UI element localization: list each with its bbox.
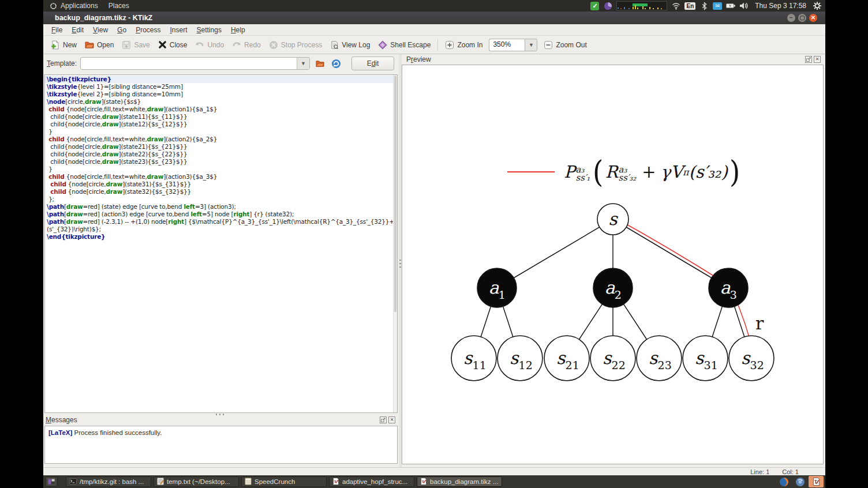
session-gear-icon[interactable] xyxy=(813,1,822,10)
stop-process-button[interactable]: Stop Process xyxy=(265,38,326,52)
menu-go[interactable]: Go xyxy=(113,24,131,36)
wifi-icon[interactable] xyxy=(671,1,680,10)
show-desktop-button[interactable] xyxy=(45,476,58,487)
node-state12 xyxy=(497,336,542,381)
prob-symbol: P xyxy=(564,162,575,182)
firefox-launcher[interactable] xyxy=(776,476,791,487)
zoom-dropdown-arrow[interactable]: ▼ xyxy=(525,39,537,51)
volume-icon[interactable] xyxy=(739,1,749,10)
bluetooth-icon[interactable] xyxy=(699,1,709,10)
zoom-level-value[interactable]: 350% xyxy=(489,39,525,51)
maximize-button[interactable]: ▢ xyxy=(798,14,806,22)
code-editor[interactable]: \begin{tikzpicture}\tikzstyle{level 1}=[… xyxy=(44,74,398,413)
node-state22 xyxy=(590,336,635,381)
close-window-button[interactable]: ✕ xyxy=(809,14,817,22)
messages-close-icon[interactable]: ✕ xyxy=(388,416,395,423)
node-state32 xyxy=(729,336,774,381)
template-dropdown-arrow[interactable]: ▼ xyxy=(297,58,309,69)
menu-process[interactable]: Process xyxy=(131,24,165,36)
node-label-subscript: 1 xyxy=(499,288,506,301)
applications-menu-label: Applications xyxy=(61,2,98,10)
view-log-icon xyxy=(330,40,339,50)
node-label-subscript: 3 xyxy=(730,288,737,301)
browser-launcher[interactable] xyxy=(792,476,807,487)
window-title: backup_diagram.tikz - KTikZ xyxy=(43,14,152,22)
preview-dock-header: Preview ✕ xyxy=(406,54,821,65)
messages-float-icon[interactable] xyxy=(380,416,387,423)
distributor-logo-icon xyxy=(48,1,58,10)
taskbar-item[interactable]: temp.txt (~/Desktop... xyxy=(154,476,239,487)
value-formula: Pa₃ss′₁ ( Ra₃ss′₃₂ + γVπ (s′₃₂) ) xyxy=(564,157,742,187)
ktikz-launcher[interactable]: T xyxy=(809,476,824,487)
node-label-base: s xyxy=(556,348,566,368)
preview-float-icon[interactable] xyxy=(805,56,812,63)
system-monitor-graph[interactable] xyxy=(616,1,667,10)
window-titlebar[interactable]: backup_diagram.tikz - KTikZ − ▢ ✕ xyxy=(43,12,825,24)
code-line: child {node[circle,draw](state31){$s_{31… xyxy=(45,181,397,188)
code-line: child{node[circle,draw](state11){$s_{11}… xyxy=(45,113,397,121)
zoom-level-combobox[interactable]: 350% ▼ xyxy=(489,39,537,51)
code-line: child {node[circle,fill,text=white,draw]… xyxy=(45,136,397,143)
tikz-source-code[interactable]: \begin{tikzpicture}\tikzstyle{level 1}=[… xyxy=(45,75,397,241)
editor-scrollbar-thumb[interactable] xyxy=(394,76,396,312)
places-menu-label: Places xyxy=(108,2,129,10)
taskbar-item[interactable]: Tadaptive_hopf_struc... xyxy=(329,476,414,487)
text-editor-icon xyxy=(157,478,164,486)
preview-pane: Preview ✕ sa1a2a3s11s12s21s22s23s31s32r … xyxy=(402,54,825,467)
template-value[interactable] xyxy=(81,58,297,69)
node-label-subscript: 31 xyxy=(704,359,718,371)
places-menu[interactable]: Places xyxy=(103,0,134,12)
menu-help[interactable]: Help xyxy=(226,24,250,36)
template-edit-button[interactable]: Edit xyxy=(351,57,394,70)
battery-icon[interactable] xyxy=(726,1,735,10)
backup-diagram-tree: sa1a2a3s11s12s21s22s23s31s32r xyxy=(402,65,824,464)
preview-close-icon[interactable]: ✕ xyxy=(814,56,821,63)
zoom-out-button[interactable]: Zoom Out xyxy=(540,38,590,52)
zoom-out-icon xyxy=(544,40,553,50)
code-line: child{node[circle,draw](state21){$s_{21}… xyxy=(45,143,397,151)
menu-insert[interactable]: Insert xyxy=(165,24,192,36)
menu-file[interactable]: File xyxy=(47,24,67,36)
node-label-subscript: 21 xyxy=(566,359,579,371)
menu-settings[interactable]: Settings xyxy=(192,24,226,36)
code-line: \end{tikzpicture} xyxy=(45,233,397,241)
editor-scrollbar[interactable] xyxy=(393,75,397,412)
menu-view[interactable]: View xyxy=(88,24,113,36)
taskbar-item[interactable]: /tmp/ktikz.git : bash ... xyxy=(66,476,151,487)
time-tracker-icon[interactable] xyxy=(603,1,612,10)
zoom-in-icon xyxy=(445,40,454,50)
taskbar-item[interactable]: SpeedCrunch xyxy=(241,476,327,487)
view-log-button[interactable]: View Log xyxy=(326,38,374,52)
taskbar-item[interactable]: Tbackup_diagram.tikz ... xyxy=(417,476,502,487)
desktop: Applications Places ✓ En ✉ xyxy=(43,0,825,488)
panel-clock[interactable]: Thu Sep 3 17:58 xyxy=(753,2,809,10)
undo-button[interactable]: Undo xyxy=(191,39,228,51)
new-button[interactable]: New xyxy=(47,38,81,52)
save-icon xyxy=(122,40,131,50)
template-combobox[interactable]: ▼ xyxy=(80,57,310,70)
minimize-button[interactable]: − xyxy=(787,14,795,22)
node-label-subscript: 32 xyxy=(750,359,764,371)
applications-menu[interactable]: Applications xyxy=(43,0,103,12)
save-button[interactable]: Save xyxy=(118,38,154,52)
open-button[interactable]: Open xyxy=(81,38,118,52)
node-label-base: a xyxy=(605,277,615,298)
taskbar-item-label: temp.txt (~/Desktop... xyxy=(167,478,230,485)
close-file-button[interactable]: Close xyxy=(154,38,192,51)
shell-escape-button[interactable]: Shell Escape xyxy=(374,38,435,52)
node-label-subscript: 22 xyxy=(612,359,626,371)
calculator-icon xyxy=(245,478,252,486)
reward-label: r xyxy=(755,313,764,333)
next-state-arg: (s′₃₂) xyxy=(689,162,727,182)
template-open-button[interactable] xyxy=(313,57,326,70)
template-reload-button[interactable] xyxy=(330,57,342,70)
mail-icon[interactable]: ✉ xyxy=(713,2,722,10)
keyboard-layout-indicator[interactable]: En xyxy=(684,2,695,10)
task-complete-icon[interactable]: ✓ xyxy=(590,2,599,10)
code-line: \tikzstyle{level 1}=[sibling distance=25… xyxy=(45,83,397,91)
close-x-icon xyxy=(158,40,167,49)
redo-button[interactable]: Redo xyxy=(228,39,265,51)
taskbar-item-label: adaptive_hopf_struc... xyxy=(342,478,407,485)
menu-edit[interactable]: Edit xyxy=(67,24,88,36)
zoom-in-button[interactable]: Zoom In xyxy=(441,38,487,52)
